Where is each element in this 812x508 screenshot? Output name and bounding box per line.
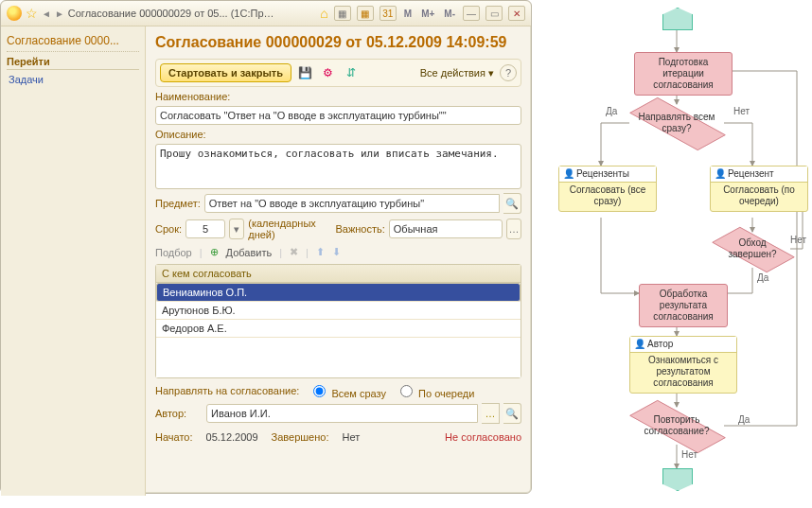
home-icon[interactable]: ⌂ xyxy=(320,7,327,20)
grid-icon[interactable]: ▦ xyxy=(334,6,351,21)
name-label: Наименование: xyxy=(155,91,521,102)
flow-dec-repeat: Повторить согласование? xyxy=(629,407,724,445)
app-window: ☆ ◄ ► Согласование 000000029 от 05... (1… xyxy=(0,0,532,494)
due-label: Срок: xyxy=(155,223,182,235)
subject-lookup-icon[interactable]: 🔍 xyxy=(503,193,521,214)
flow-process-result: Обработка результата согласования xyxy=(639,284,728,327)
author-lookup-icon[interactable]: 🔍 xyxy=(503,403,521,424)
flow-task-review: 👤Автор Ознакомиться с результатом соглас… xyxy=(629,336,737,394)
titlebar: ☆ ◄ ► Согласование 000000029 от 05... (1… xyxy=(1,1,531,26)
flowchart: Подготовка итерации согласования Направл… xyxy=(549,0,804,501)
edge-no: Нет xyxy=(733,106,750,116)
done-label: Завершено: xyxy=(272,431,329,443)
minimize-button[interactable]: — xyxy=(463,6,480,21)
edge-yes: Да xyxy=(738,414,750,425)
date-icon[interactable]: 31 xyxy=(380,6,397,21)
logo-1c-icon xyxy=(7,6,22,21)
start-close-button[interactable]: Стартовать и закрыть xyxy=(160,63,291,82)
status-badge: Не согласовано xyxy=(445,431,521,443)
started-value: 05.12.2009 xyxy=(206,431,258,443)
user-icon: 👤 xyxy=(563,168,574,180)
tree-icon[interactable]: ⇵ xyxy=(343,64,360,81)
table-row[interactable]: Вениаминов О.П. xyxy=(156,283,521,302)
subject-label: Предмет: xyxy=(155,198,201,209)
importance-label: Важность: xyxy=(335,223,384,235)
radio-all[interactable]: Всем сразу xyxy=(309,382,386,399)
desc-input[interactable] xyxy=(155,144,521,189)
due-input[interactable] xyxy=(185,219,225,238)
flow-dec-sendmode: Направлять всем сразу? xyxy=(629,104,724,142)
flow-dec-loop: Обход завершен? xyxy=(715,230,790,268)
send-mode-label: Направлять на согласование: xyxy=(155,385,299,396)
flow-task-all: 👤Рецензенты Согласовать (все сразу) xyxy=(558,166,657,212)
add-icon[interactable]: ⊕ xyxy=(210,246,219,258)
edge-no: Нет xyxy=(681,449,697,460)
main-form: Согласование 000000029 от 05.12.2009 14:… xyxy=(146,26,531,496)
table-toolbar: Подбор | ⊕ Добавить | ✖ | ⬆ ⬇ xyxy=(155,244,521,260)
m-minus-button[interactable]: M- xyxy=(442,9,457,19)
pick-button[interactable]: Подбор xyxy=(155,247,192,258)
importance-lookup-icon[interactable]: … xyxy=(506,219,521,239)
toolbar: Стартовать и закрыть 💾 ⚙ ⇵ Все действия … xyxy=(155,59,521,87)
move-down-icon[interactable]: ⬇ xyxy=(332,246,341,258)
m-plus-button[interactable]: M+ xyxy=(419,9,436,19)
table-row[interactable]: Федоров А.Е. xyxy=(156,320,521,338)
sidebar-item-tasks[interactable]: Задачи xyxy=(7,70,139,89)
due-unit: (календарных дней) xyxy=(248,218,325,240)
add-button[interactable]: Добавить xyxy=(226,247,273,258)
save-icon[interactable]: 💾 xyxy=(297,64,314,81)
edge-no: Нет xyxy=(790,235,806,245)
radio-sequential[interactable]: По очереди xyxy=(396,382,474,399)
user-icon: 👤 xyxy=(715,168,726,180)
m-button[interactable]: M xyxy=(402,9,414,19)
flow-prepare: Подготовка итерации согласования xyxy=(634,52,733,96)
delete-icon[interactable]: ✖ xyxy=(290,246,298,258)
author-label: Автор: xyxy=(155,408,203,419)
edge-yes: Да xyxy=(757,272,768,283)
window-title: Согласование 000000029 от 05... (1С:Пред… xyxy=(68,8,276,19)
approvers-table: С кем согласовать Вениаминов О.П. Арутюн… xyxy=(155,264,521,378)
edge-yes: Да xyxy=(606,106,617,116)
table-row[interactable]: Арутюнов Б.Ю. xyxy=(156,302,521,320)
workflow-icon[interactable]: ⚙ xyxy=(320,64,337,81)
sidebar-goto: Перейти xyxy=(7,52,139,70)
restore-button[interactable]: ▭ xyxy=(485,6,503,21)
due-spin-icon[interactable]: ▾ xyxy=(229,219,244,239)
footer: Начато: 05.12.2009 Завершено: Нет Не сог… xyxy=(155,428,521,443)
all-actions-dropdown[interactable]: Все действия ▾ xyxy=(420,67,494,79)
sidebar: Согласование 0000... Перейти Задачи xyxy=(1,26,146,496)
author-input[interactable] xyxy=(206,404,478,423)
favorite-icon[interactable]: ☆ xyxy=(26,7,38,20)
calendar-icon[interactable]: ▦ xyxy=(357,6,374,21)
table-header: С кем согласовать xyxy=(156,265,521,283)
done-value: Нет xyxy=(343,431,361,443)
name-input[interactable] xyxy=(155,106,521,125)
close-button[interactable]: ✕ xyxy=(508,6,525,21)
forward-icon[interactable]: ► xyxy=(55,9,64,19)
started-label: Начато: xyxy=(155,431,193,443)
page-title: Согласование 000000029 от 05.12.2009 14:… xyxy=(155,34,521,55)
subject-input[interactable] xyxy=(204,194,500,213)
sidebar-title: Согласование 0000... xyxy=(7,32,139,52)
back-icon[interactable]: ◄ xyxy=(42,9,51,19)
flow-task-seq: 👤Рецензент Согласовать (по очереди) xyxy=(710,166,808,212)
author-more-icon[interactable]: … xyxy=(482,403,500,424)
table-empty xyxy=(156,338,521,377)
help-icon[interactable]: ? xyxy=(500,64,517,81)
user-icon: 👤 xyxy=(634,339,645,350)
move-up-icon[interactable]: ⬆ xyxy=(316,246,325,258)
desc-label: Описание: xyxy=(155,129,521,140)
importance-input[interactable] xyxy=(389,219,503,238)
